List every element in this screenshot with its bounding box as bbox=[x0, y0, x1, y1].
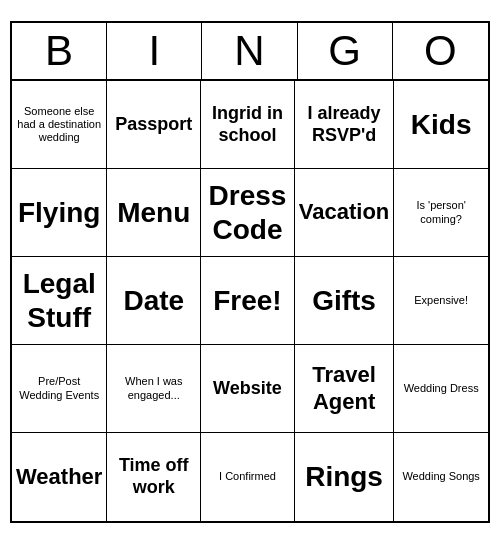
cell-text: Someone else had a destination wedding bbox=[16, 105, 102, 145]
cell-text: Ingrid in school bbox=[205, 103, 290, 146]
bingo-cell: I Confirmed bbox=[201, 433, 295, 521]
bingo-cell: Date bbox=[107, 257, 201, 345]
cell-text: Free! bbox=[213, 284, 281, 318]
bingo-cell: Menu bbox=[107, 169, 201, 257]
header-letter: G bbox=[298, 23, 393, 79]
bingo-cell: Ingrid in school bbox=[201, 81, 295, 169]
bingo-cell: Expensive! bbox=[394, 257, 488, 345]
cell-text: Expensive! bbox=[414, 294, 468, 307]
cell-text: I already RSVP'd bbox=[299, 103, 389, 146]
cell-text: Weather bbox=[16, 464, 102, 490]
cell-text: Pre/Post Wedding Events bbox=[16, 375, 102, 401]
cell-text: Wedding Songs bbox=[402, 470, 479, 483]
cell-text: Rings bbox=[305, 460, 383, 494]
cell-text: Is 'person' coming? bbox=[398, 199, 484, 225]
bingo-cell: Someone else had a destination wedding bbox=[12, 81, 107, 169]
cell-text: Passport bbox=[115, 114, 192, 136]
cell-text: Legal Stuff bbox=[16, 267, 102, 334]
bingo-cell: Vacation bbox=[295, 169, 394, 257]
bingo-cell: Travel Agent bbox=[295, 345, 394, 433]
cell-text: Date bbox=[123, 284, 184, 318]
header-letter: N bbox=[202, 23, 297, 79]
cell-text: Kids bbox=[411, 108, 472, 142]
cell-text: Travel Agent bbox=[299, 362, 389, 415]
bingo-cell: Gifts bbox=[295, 257, 394, 345]
bingo-grid: Someone else had a destination weddingPa… bbox=[12, 81, 488, 521]
header-letter: O bbox=[393, 23, 488, 79]
bingo-card: BINGO Someone else had a destination wed… bbox=[10, 21, 490, 523]
bingo-cell: Wedding Dress bbox=[394, 345, 488, 433]
bingo-cell: Passport bbox=[107, 81, 201, 169]
bingo-cell: Website bbox=[201, 345, 295, 433]
cell-text: Flying bbox=[18, 196, 100, 230]
bingo-cell: Weather bbox=[12, 433, 107, 521]
header-letter: B bbox=[12, 23, 107, 79]
bingo-cell: Kids bbox=[394, 81, 488, 169]
cell-text: When I was engaged... bbox=[111, 375, 196, 401]
bingo-header: BINGO bbox=[12, 23, 488, 81]
header-letter: I bbox=[107, 23, 202, 79]
bingo-cell: Dress Code bbox=[201, 169, 295, 257]
bingo-cell: Time off work bbox=[107, 433, 201, 521]
bingo-cell: Legal Stuff bbox=[12, 257, 107, 345]
bingo-cell: Free! bbox=[201, 257, 295, 345]
cell-text: Vacation bbox=[299, 199, 389, 225]
cell-text: Time off work bbox=[111, 455, 196, 498]
bingo-cell: When I was engaged... bbox=[107, 345, 201, 433]
cell-text: Website bbox=[213, 378, 282, 400]
bingo-cell: Wedding Songs bbox=[394, 433, 488, 521]
cell-text: Gifts bbox=[312, 284, 376, 318]
cell-text: Wedding Dress bbox=[404, 382, 479, 395]
cell-text: I Confirmed bbox=[219, 470, 276, 483]
bingo-cell: Pre/Post Wedding Events bbox=[12, 345, 107, 433]
bingo-cell: Rings bbox=[295, 433, 394, 521]
cell-text: Menu bbox=[117, 196, 190, 230]
bingo-cell: Is 'person' coming? bbox=[394, 169, 488, 257]
cell-text: Dress Code bbox=[205, 179, 290, 246]
bingo-cell: I already RSVP'd bbox=[295, 81, 394, 169]
bingo-cell: Flying bbox=[12, 169, 107, 257]
